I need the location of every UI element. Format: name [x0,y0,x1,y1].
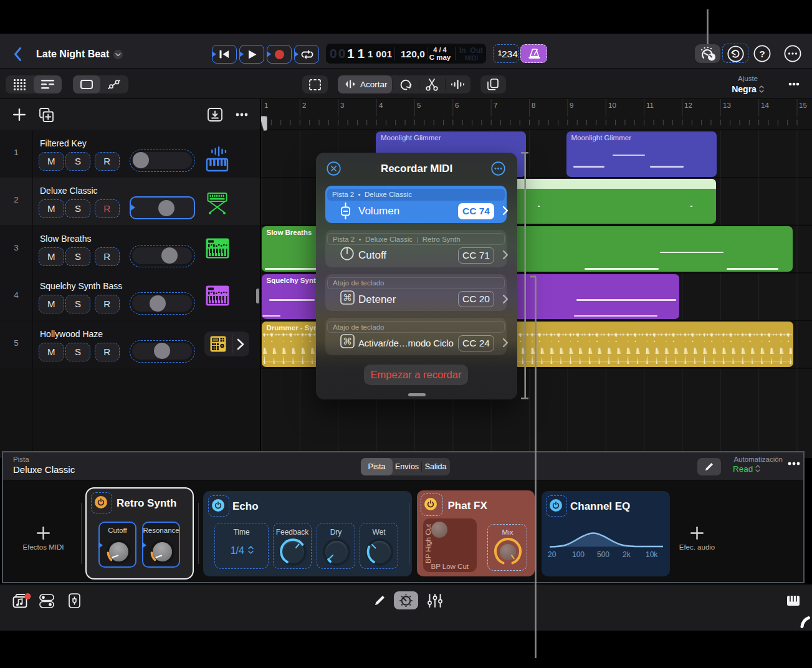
svg-text:8: 8 [532,102,535,109]
svg-text:12: 12 [684,102,692,109]
svg-text:6: 6 [455,102,459,109]
svg-text:10: 10 [608,102,616,109]
svg-text:2: 2 [302,102,306,109]
svg-text:4: 4 [379,102,383,109]
svg-text:3: 3 [340,102,344,109]
svg-text:?: ? [759,49,765,59]
svg-text:5: 5 [417,102,421,109]
svg-text:⌘: ⌘ [343,336,352,346]
svg-text:1: 1 [264,102,268,109]
svg-text:15: 15 [799,102,807,109]
svg-text:7: 7 [494,102,497,109]
svg-text:11: 11 [646,102,654,109]
svg-text:9: 9 [570,102,573,109]
svg-text:13: 13 [723,102,731,109]
svg-text:⌘: ⌘ [343,292,352,302]
svg-text:14: 14 [761,102,769,109]
